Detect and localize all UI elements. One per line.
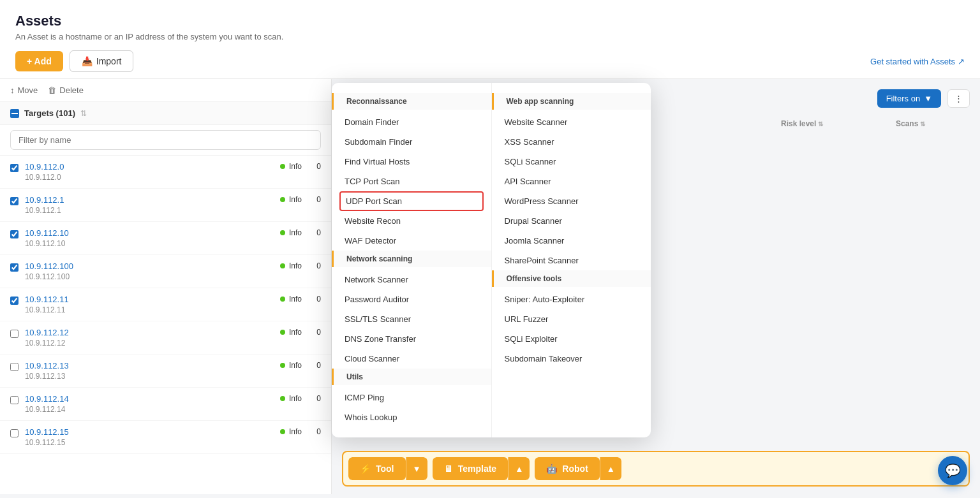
menu-item[interactable]: Website Scanner xyxy=(492,112,651,132)
asset-info: 10.9.112.12 10.9.112.12 xyxy=(25,328,274,348)
risk-dot xyxy=(280,330,285,335)
bottom-bar-inner: ⚡ Tool ▼ 🖥 Template ▲ 🤖 Robot xyxy=(342,451,970,487)
asset-checkbox[interactable] xyxy=(10,363,19,371)
asset-info: 10.9.112.14 10.9.112.14 xyxy=(25,394,274,414)
filters-button[interactable]: Filters on ▼ xyxy=(877,89,941,108)
asset-name[interactable]: 10.9.112.100 xyxy=(25,261,274,271)
menu-item[interactable]: Subdomain Takeover xyxy=(492,349,651,369)
assets-list: 10.9.112.0 10.9.112.0 Info 0 10.9.112.1 … xyxy=(0,156,331,494)
asset-name[interactable]: 10.9.112.15 xyxy=(25,427,274,437)
chat-icon: 💬 xyxy=(945,463,961,478)
menu-item[interactable]: Domain Finder xyxy=(332,112,491,132)
menu-item[interactable]: URL Fuzzer xyxy=(492,309,651,329)
menu-item[interactable]: XSS Scanner xyxy=(492,132,651,152)
menu-item[interactable]: API Scanner xyxy=(492,172,651,191)
assets-toolbar: ↕ Move 🗑 Delete xyxy=(0,79,331,102)
asset-ip: 10.9.112.13 xyxy=(25,372,274,381)
asset-scans: 0 xyxy=(308,195,321,204)
template-icon: 🖥 xyxy=(444,464,453,474)
import-icon: 📥 xyxy=(82,56,93,66)
asset-checkbox[interactable] xyxy=(10,330,19,338)
menu-item[interactable]: Website Recon xyxy=(332,211,491,231)
menu-item[interactable]: Network Scanner xyxy=(332,270,491,289)
more-options-button[interactable]: ⋮ xyxy=(947,89,970,108)
asset-name[interactable]: 10.9.112.12 xyxy=(25,328,274,337)
import-button[interactable]: 📥 Import xyxy=(70,50,134,72)
asset-ip: 10.9.112.15 xyxy=(25,438,274,447)
get-started-link[interactable]: Get started with Assets ↗ xyxy=(870,57,965,66)
menu-item[interactable]: Joomla Scanner xyxy=(492,231,651,251)
asset-name[interactable]: 10.9.112.0 xyxy=(25,162,274,172)
add-button[interactable]: + Add xyxy=(15,51,63,71)
asset-scans: 0 xyxy=(308,361,321,370)
menu-section-utils: Utils xyxy=(332,369,491,385)
menu-item[interactable]: Sniper: Auto-Exploiter xyxy=(492,289,651,309)
delete-button[interactable]: 🗑 Delete xyxy=(48,85,84,95)
menu-item[interactable]: TCP Port Scan xyxy=(332,172,491,191)
asset-checkbox[interactable] xyxy=(10,297,19,305)
asset-risk: Info xyxy=(280,195,302,204)
menu-item[interactable]: Subdomain Finder xyxy=(332,132,491,152)
asset-name[interactable]: 10.9.112.11 xyxy=(25,295,274,304)
scans-sort-icon: ⇅ xyxy=(920,121,925,128)
asset-risk: Info xyxy=(280,394,302,403)
scans-header[interactable]: Scans ⇅ xyxy=(896,119,960,128)
asset-checkbox[interactable] xyxy=(10,429,19,437)
asset-name[interactable]: 10.9.112.13 xyxy=(25,361,274,370)
risk-label: Info xyxy=(289,427,302,436)
tool-button-group: ⚡ Tool ▼ xyxy=(348,457,427,480)
menu-item[interactable]: ICMP Ping xyxy=(332,388,491,407)
robot-button[interactable]: 🤖 Robot xyxy=(535,457,599,480)
menu-item[interactable]: WordPress Scanner xyxy=(492,191,651,211)
risk-level-header[interactable]: Risk level ⇅ xyxy=(781,119,896,128)
asset-checkbox[interactable] xyxy=(10,396,19,404)
menu-item[interactable]: WAF Detector xyxy=(332,231,491,251)
asset-checkbox[interactable] xyxy=(10,263,19,272)
list-item: 10.9.112.12 10.9.112.12 Info 0 xyxy=(0,321,331,355)
menu-item[interactable]: SharePoint Scanner xyxy=(492,251,651,270)
asset-info: 10.9.112.15 10.9.112.15 xyxy=(25,427,274,447)
filter-input[interactable] xyxy=(10,130,321,150)
asset-scans: 0 xyxy=(308,427,321,436)
bottom-bar: ⚡ Tool ▼ 🖥 Template ▲ 🤖 Robot xyxy=(332,443,980,494)
asset-checkbox[interactable] xyxy=(10,197,19,205)
tool-button[interactable]: ⚡ Tool xyxy=(348,457,406,480)
menu-item[interactable]: DNS Zone Transfer xyxy=(332,329,491,349)
asset-checkbox[interactable] xyxy=(10,230,19,238)
menu-item[interactable]: Password Auditor xyxy=(332,289,491,309)
template-button[interactable]: 🖥 Template xyxy=(433,457,508,480)
move-button[interactable]: ↕ Move xyxy=(10,85,38,95)
menu-left-column: ReconnaissanceDomain FinderSubdomain Fin… xyxy=(332,83,492,437)
menu-item[interactable]: Drupal Scanner xyxy=(492,211,651,231)
asset-risk: Info xyxy=(280,228,302,237)
asset-ip: 10.9.112.14 xyxy=(25,405,274,414)
robot-chevron-button[interactable]: ▲ xyxy=(600,457,621,480)
menu-item[interactable]: SQLi Scanner xyxy=(492,152,651,172)
tool-icon: ⚡ xyxy=(360,464,371,474)
tool-chevron-button[interactable]: ▼ xyxy=(406,457,427,480)
menu-right-column: Web app scanningWebsite ScannerXSS Scann… xyxy=(492,83,651,437)
select-all-checkbox[interactable] xyxy=(10,109,19,118)
menu-item[interactable]: UDP Port Scan xyxy=(339,191,484,211)
list-item: 10.9.112.100 10.9.112.100 Info 0 xyxy=(0,255,331,288)
asset-risk: Info xyxy=(280,427,302,436)
menu-item[interactable]: Whois Lookup xyxy=(332,407,491,427)
menu-item[interactable]: Find Virtual Hosts xyxy=(332,152,491,172)
asset-ip: 10.9.112.11 xyxy=(25,305,274,314)
menu-item[interactable]: SQLi Exploiter xyxy=(492,329,651,349)
asset-scans: 0 xyxy=(308,162,321,171)
asset-name[interactable]: 10.9.112.14 xyxy=(25,394,274,404)
asset-name[interactable]: 10.9.112.1 xyxy=(25,195,274,205)
assets-panel: ↕ Move 🗑 Delete Targets (101) ⇅ 10.9.112… xyxy=(0,79,332,494)
asset-ip: 10.9.112.12 xyxy=(25,339,274,348)
robot-button-group: 🤖 Robot ▲ xyxy=(535,457,621,480)
asset-risk: Info xyxy=(280,162,302,171)
chat-bubble[interactable]: 💬 xyxy=(938,456,967,485)
menu-item[interactable]: Cloud Scanner xyxy=(332,349,491,369)
asset-name[interactable]: 10.9.112.10 xyxy=(25,228,274,238)
menu-item[interactable]: SSL/TLS Scanner xyxy=(332,309,491,329)
asset-checkbox[interactable] xyxy=(10,164,19,172)
risk-label: Info xyxy=(289,261,302,270)
risk-dot xyxy=(280,297,285,302)
template-chevron-button[interactable]: ▲ xyxy=(508,457,530,480)
